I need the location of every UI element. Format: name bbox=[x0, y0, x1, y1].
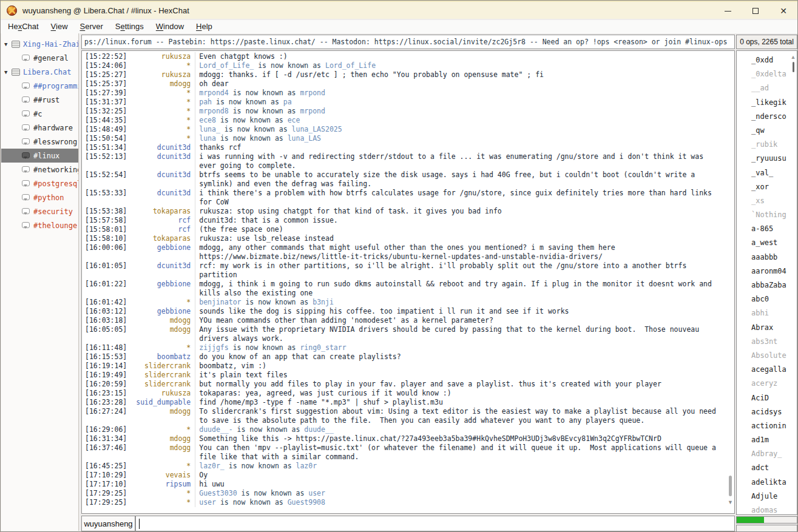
message-nick[interactable]: * bbox=[127, 489, 195, 498]
user-item[interactable]: _ryuuusu bbox=[737, 152, 797, 166]
user-item[interactable]: abs3nt bbox=[737, 335, 797, 349]
message-input[interactable] bbox=[136, 516, 734, 531]
message-nick[interactable]: rukusza bbox=[127, 52, 195, 61]
message-nick[interactable]: tokaparas bbox=[127, 234, 195, 243]
user-item[interactable]: _xor bbox=[737, 180, 797, 194]
user-item[interactable]: `Nothing bbox=[737, 208, 797, 222]
user-item[interactable]: a_west bbox=[737, 236, 797, 250]
user-scrollbar-thumb[interactable] bbox=[793, 62, 794, 72]
message-nick[interactable]: rukusza bbox=[127, 389, 195, 398]
tree-channel-programming[interactable]: ##programming bbox=[1, 79, 78, 93]
message-nick[interactable]: * bbox=[127, 343, 195, 352]
message-nick[interactable]: ripsum bbox=[127, 480, 195, 489]
message-nick[interactable]: slidercrank bbox=[127, 371, 195, 380]
tree-channel-security[interactable]: #security bbox=[1, 204, 78, 218]
user-item[interactable]: _qw bbox=[737, 124, 797, 138]
user-item[interactable]: acegalla bbox=[737, 363, 797, 377]
message-nick[interactable]: dcunit3d bbox=[127, 261, 195, 271]
chat-scrollbar-thumb[interactable] bbox=[729, 476, 732, 496]
tree-channel-linux[interactable]: #linux bbox=[1, 149, 78, 163]
menu-server[interactable]: Server bbox=[74, 20, 109, 33]
user-item[interactable]: Absolute bbox=[737, 349, 797, 363]
tree-channel-hardware[interactable]: #hardware bbox=[1, 121, 78, 135]
message-nick[interactable]: mdogg bbox=[127, 407, 195, 416]
user-item[interactable]: _0xdelta bbox=[737, 67, 797, 81]
user-item[interactable]: ad1m bbox=[737, 433, 797, 447]
message-nick[interactable]: * bbox=[127, 107, 195, 116]
message-nick[interactable]: slidercrank bbox=[127, 380, 195, 389]
user-item[interactable]: acidsys bbox=[737, 405, 797, 419]
message-nick[interactable]: mdogg bbox=[127, 325, 195, 334]
user-item[interactable]: _0xdd bbox=[737, 53, 797, 67]
message-nick[interactable]: mdogg bbox=[127, 434, 195, 443]
tree-network-LiberaChat[interactable]: ▼Libera.Chat bbox=[1, 65, 78, 79]
user-item[interactable]: adelikta bbox=[737, 476, 797, 490]
chat-scrollbar[interactable]: ▼ bbox=[727, 52, 734, 513]
message-nick[interactable]: * bbox=[127, 125, 195, 134]
message-nick[interactable]: rcf bbox=[127, 225, 195, 234]
message-nick[interactable]: * bbox=[127, 116, 195, 125]
message-nick[interactable]: * bbox=[127, 298, 195, 307]
user-list-scrollbar[interactable]: ▲ bbox=[790, 54, 797, 127]
user-item[interactable]: __ad bbox=[737, 81, 797, 95]
tree-channel-postgresql[interactable]: #postgresql bbox=[1, 177, 78, 190]
user-scroll-up-icon[interactable]: ▲ bbox=[790, 54, 797, 60]
message-nick[interactable]: * bbox=[127, 498, 195, 507]
user-item[interactable]: abhi bbox=[737, 306, 797, 320]
menu-help[interactable]: Help bbox=[190, 20, 218, 33]
user-item[interactable]: actionin bbox=[737, 419, 797, 433]
user-item[interactable]: Adbray_ bbox=[737, 447, 797, 461]
tree-channel-networking[interactable]: #networking bbox=[1, 163, 78, 177]
message-nick[interactable]: mdogg bbox=[127, 79, 195, 89]
message-nick[interactable]: dcunit3d bbox=[127, 189, 195, 198]
message-nick[interactable]: rcf bbox=[127, 216, 195, 225]
user-item[interactable]: _ndersco bbox=[737, 110, 797, 124]
message-nick[interactable]: * bbox=[127, 89, 195, 98]
message-nick[interactable]: gebbione bbox=[127, 243, 195, 252]
tree-channel-thelounge[interactable]: #thelounge bbox=[1, 218, 78, 232]
user-item[interactable]: _likegik bbox=[737, 96, 797, 110]
message-nick[interactable]: tokaparas bbox=[127, 207, 195, 216]
message-nick[interactable]: suid_dumpable bbox=[127, 398, 195, 407]
tree-network-XingHaiZhai[interactable]: ▼Xing-Hai-Zhai bbox=[1, 37, 78, 51]
user-item[interactable]: aaabbb bbox=[737, 251, 797, 264]
menu-settings[interactable]: Settings bbox=[109, 20, 150, 33]
menu-hexchat[interactable]: HexChat bbox=[2, 20, 45, 33]
message-nick[interactable]: gebbione bbox=[127, 307, 195, 316]
tree-channel-general[interactable]: #general bbox=[1, 51, 78, 65]
message-nick[interactable]: dcunit3d bbox=[127, 170, 195, 180]
tree-channel-rust[interactable]: ##rust bbox=[1, 93, 78, 107]
tree-channel-python[interactable]: #python bbox=[1, 190, 78, 204]
menu-view[interactable]: View bbox=[45, 20, 74, 33]
message-nick[interactable]: * bbox=[127, 61, 195, 70]
expander-icon[interactable]: ▼ bbox=[4, 69, 12, 75]
own-nick-button[interactable]: wuyuansheng bbox=[81, 516, 135, 531]
user-item[interactable]: aaronm04 bbox=[737, 264, 797, 278]
tree-channel-lesswrong[interactable]: #lesswrong bbox=[1, 135, 78, 149]
tree-channel-c[interactable]: #c bbox=[1, 107, 78, 121]
message-nick[interactable]: * bbox=[127, 98, 195, 107]
message-nick[interactable]: slidercrank bbox=[127, 362, 195, 371]
minimize-button[interactable] bbox=[714, 2, 742, 20]
user-item[interactable]: _xs bbox=[737, 194, 797, 208]
expander-icon[interactable]: ▼ bbox=[4, 41, 12, 47]
user-item[interactable]: aceryz bbox=[737, 377, 797, 391]
chat-scrollback[interactable]: [15:22:52]rukuszaEven chatgpt knows :)[1… bbox=[81, 50, 735, 514]
message-nick[interactable]: mdogg bbox=[127, 443, 195, 453]
maximize-button[interactable] bbox=[742, 2, 769, 20]
user-item[interactable]: abc0 bbox=[737, 292, 797, 306]
message-nick[interactable]: boombatz bbox=[127, 352, 195, 362]
message-nick[interactable]: vevais bbox=[127, 471, 195, 480]
user-item[interactable]: _rubik bbox=[737, 138, 797, 152]
user-item[interactable]: adct bbox=[737, 461, 797, 475]
user-item[interactable]: Abrax bbox=[737, 321, 797, 335]
chat-scroll-down-icon[interactable]: ▼ bbox=[727, 499, 734, 505]
close-button[interactable]: ✕ bbox=[769, 2, 797, 20]
message-nick[interactable]: dcunit3d bbox=[127, 152, 195, 161]
message-nick[interactable]: mdogg bbox=[127, 316, 195, 325]
user-item[interactable]: AciD bbox=[737, 391, 797, 405]
message-nick[interactable]: gebbione bbox=[127, 280, 195, 289]
message-nick[interactable]: rukusza bbox=[127, 70, 195, 79]
topic-input[interactable]: ps://linux.forum -- Pastebin: https://pa… bbox=[81, 35, 735, 49]
user-item[interactable]: _val_ bbox=[737, 166, 797, 180]
